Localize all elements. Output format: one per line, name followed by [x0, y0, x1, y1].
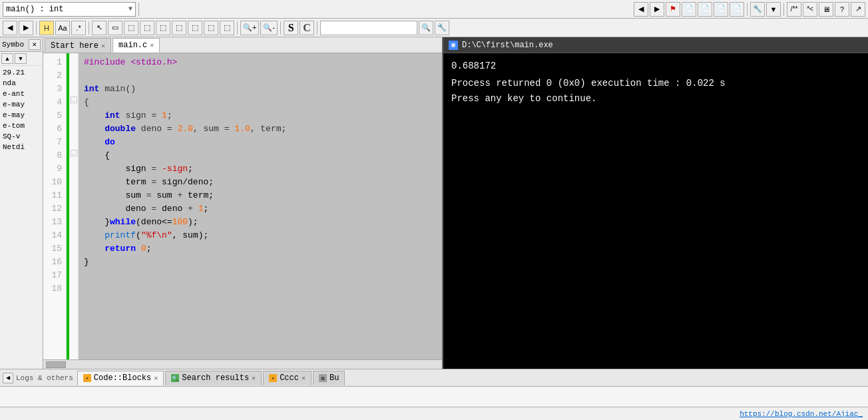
code-line-6: double deno = 2.0, sum = 1.0, term;: [84, 122, 437, 136]
line-num-13: 13: [47, 216, 62, 229]
select6-btn[interactable]: ⬚: [204, 21, 218, 35]
back-btn2[interactable]: ◀: [3, 21, 17, 35]
help-btn[interactable]: ?: [835, 2, 849, 17]
search-input[interactable]: [320, 21, 417, 35]
sidebar-item-7[interactable]: SQ-v: [1, 131, 41, 142]
c-btn[interactable]: C: [300, 21, 314, 35]
code-line-2: [84, 69, 437, 83]
bottom-tabs: ◀ Logs & others ⚡ Code::Blocks ✕ 🔍 Searc…: [0, 369, 868, 387]
function-dropdown[interactable]: main() : int ▼: [3, 2, 136, 17]
terminal-content: 0.688172 Process returned 0 (0x0) execut…: [443, 53, 868, 369]
flag-btn[interactable]: ⚑: [666, 2, 680, 17]
rect1-btn[interactable]: ▭: [108, 21, 122, 35]
select4-btn[interactable]: ⬚: [172, 21, 186, 35]
clip4-btn[interactable]: 📄: [730, 2, 744, 17]
sidebar-item-3[interactable]: e-ant: [1, 89, 41, 99]
match-case-btn[interactable]: Aa: [55, 21, 70, 35]
tab-start-here[interactable]: Start here ✕: [45, 38, 111, 53]
logs-label: Logs & others: [16, 374, 77, 382]
code-line-8: {: [84, 149, 437, 162]
terminal-title: D:\C\first\main.exe: [462, 41, 553, 50]
code-line-15: return 0;: [84, 242, 437, 256]
select2-btn[interactable]: ⬚: [140, 21, 154, 35]
toolbar-row2: ◀ ▶ H Aa .* ↖ ▭ ⬚ ⬚ ⬚ ⬚ ⬚ ⬚ ⬚ 🔍+ 🔍- S C …: [0, 19, 868, 37]
line-num-15: 15: [47, 242, 62, 256]
select1-btn[interactable]: ⬚: [124, 21, 138, 35]
scrollbar-thumb[interactable]: [46, 361, 66, 368]
terminal-title-bar: ▦ D:\C\first\main.exe: [443, 37, 868, 53]
bp-row-4: -: [69, 93, 78, 106]
monitor-btn[interactable]: 🖥: [819, 2, 833, 17]
tab-bar: Start here ✕ main.c ✕: [43, 37, 442, 53]
left-sidebar: Symbo ✕ ▲ ▼ 29.21 nda e-ant e-may e-may …: [0, 37, 43, 369]
code-lines[interactable]: #include <stdio.h> int main() { int sign…: [79, 53, 442, 359]
comment2-btn[interactable]: *<: [803, 2, 817, 17]
terminal-press-continue: Press any key to continue.: [451, 91, 860, 106]
settings-btn[interactable]: 🔧: [435, 21, 449, 35]
cursor-btn[interactable]: ↖: [92, 21, 107, 35]
bottom-scroll-left-btn[interactable]: ◀: [3, 373, 13, 383]
select3-btn[interactable]: ⬚: [156, 21, 170, 35]
url-display[interactable]: https://blog.csdn.net/Ajiac_: [740, 410, 863, 418]
search-btn[interactable]: ↗: [851, 2, 865, 17]
sidebar-scroll-up-btn[interactable]: ▲: [1, 53, 13, 64]
line-num-18: 18: [47, 282, 62, 296]
zoom-out-btn[interactable]: 🔍-: [260, 21, 278, 35]
search-tab-icon: 🔍: [171, 374, 179, 382]
clip1-btn[interactable]: 📄: [682, 2, 696, 17]
bu-icon: ⚙: [319, 374, 327, 382]
comment-btn[interactable]: /**: [787, 2, 801, 17]
sidebar-item-5[interactable]: e-may: [1, 110, 41, 120]
fold-marker-8[interactable]: -: [71, 150, 77, 156]
sidebar-item-4[interactable]: e-may: [1, 99, 41, 110]
code-line-10: term = sign/deno;: [84, 176, 437, 189]
sidebar-close-btn[interactable]: ✕: [29, 39, 41, 50]
sidebar-item-2[interactable]: nda: [1, 78, 41, 89]
code-line-14: printf("%f\n", sum);: [84, 229, 437, 242]
bottom-tab-search-close[interactable]: ✕: [252, 374, 256, 382]
sidebar-scroll-down-btn[interactable]: ▼: [15, 53, 27, 64]
search-go-btn[interactable]: 🔍: [419, 21, 433, 35]
sidebar-item-6[interactable]: e-tom: [1, 120, 41, 131]
bottom-tab-search[interactable]: 🔍 Search results ✕: [165, 371, 262, 385]
fwd-btn2[interactable]: ▶: [19, 21, 33, 35]
dropdown-arrow-icon: ▼: [128, 5, 132, 13]
clip3-btn[interactable]: 📄: [714, 2, 728, 17]
editor-terminal: Start here ✕ main.c ✕ 1 2 3 4: [43, 37, 868, 369]
bottom-tab-codeblocks[interactable]: ⚡ Code::Blocks ✕: [77, 371, 164, 385]
sep3: [783, 3, 784, 16]
sidebar-item-1[interactable]: 29.21: [1, 67, 41, 78]
s-btn[interactable]: S: [284, 21, 298, 35]
bottom-tab-bu-label: Bu: [329, 373, 339, 383]
arrow-down-btn[interactable]: ▼: [766, 2, 781, 17]
sep2: [747, 3, 748, 16]
tab-start-here-close[interactable]: ✕: [101, 42, 105, 50]
clip2-btn[interactable]: 📄: [698, 2, 712, 17]
sidebar-item-8[interactable]: Netdi: [1, 142, 41, 152]
right-toolbar: ◀ ▶ ⚑ 📄 📄 📄 📄 🔧 ▼ /** *< 🖥 ? ↗: [634, 2, 865, 17]
regex-btn[interactable]: .*: [71, 21, 86, 35]
separator1: [138, 3, 139, 16]
nav-forward-btn[interactable]: ▶: [650, 2, 664, 17]
select5-btn[interactable]: ⬚: [188, 21, 202, 35]
code-line-17: [84, 269, 437, 282]
bp-row-10: [69, 173, 78, 186]
fold-marker-4[interactable]: -: [71, 97, 77, 103]
bp-row-12: [69, 200, 78, 213]
bottom-tab-bu[interactable]: ⚙ Bu: [313, 371, 345, 385]
tab-main-c-close[interactable]: ✕: [150, 41, 154, 49]
wrench-btn[interactable]: 🔧: [750, 2, 765, 17]
bottom-tab-cccc[interactable]: ⚡ Cccc ✕: [263, 371, 312, 385]
bottom-tab-cccc-close[interactable]: ✕: [302, 374, 306, 382]
bp-row-2: [69, 67, 78, 80]
select7-btn[interactable]: ⬚: [220, 21, 234, 35]
bottom-tab-codeblocks-close[interactable]: ✕: [154, 374, 158, 382]
line-num-4: 4: [47, 96, 62, 109]
nav-back-btn[interactable]: ◀: [634, 2, 648, 17]
zoom-in-btn[interactable]: 🔍+: [240, 21, 259, 35]
highlight-btn[interactable]: H: [39, 21, 54, 35]
editor-scrollbar[interactable]: [43, 359, 442, 369]
tab-main-c[interactable]: main.c ✕: [112, 38, 160, 53]
code-line-13: }while(deno<=100);: [84, 216, 437, 229]
bp-row-1: [69, 53, 78, 67]
